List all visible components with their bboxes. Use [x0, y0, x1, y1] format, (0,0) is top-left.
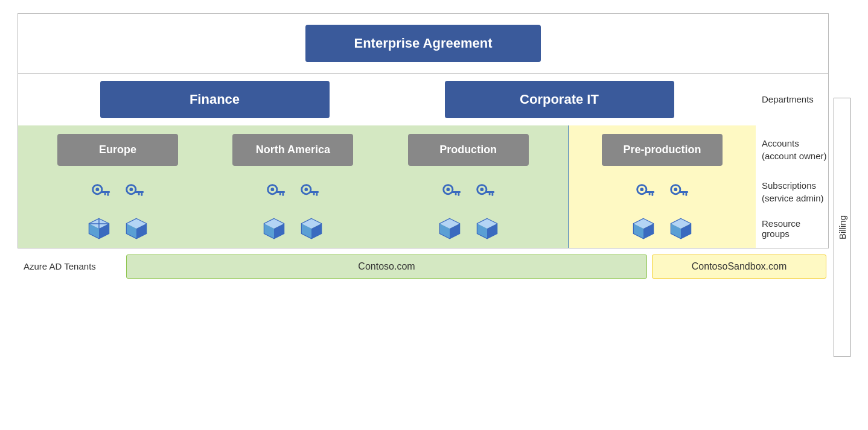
- subscriptions-row-label: Subscriptions (service admin): [756, 174, 828, 209]
- ea-label: Enterprise Agreement: [354, 36, 492, 51]
- res-preprod-pair: [630, 215, 694, 242]
- res-northamerica-pair: [261, 215, 325, 242]
- cube-icon-8: [668, 215, 694, 242]
- svg-rect-23: [458, 192, 459, 195]
- cube-icon-5: [436, 215, 463, 242]
- subscriptions-label-text: Subscriptions (service admin): [762, 179, 824, 204]
- key-icon-7: [634, 180, 657, 203]
- row-departments: Finance Corporate IT Departments: [18, 74, 828, 125]
- svg-rect-28: [491, 192, 493, 195]
- accounts-row-label: Accounts (account owner): [756, 125, 828, 174]
- departments-inner: Finance Corporate IT Departments: [18, 74, 828, 125]
- cube-icon-1: [86, 215, 112, 242]
- svg-point-6: [130, 188, 133, 191]
- cube-icon-2: [123, 215, 150, 242]
- svg-point-1: [96, 188, 100, 191]
- svg-rect-12: [276, 191, 285, 193]
- tenant-contoso: Contoso.com: [126, 255, 647, 279]
- row-tenants: Azure AD Tenants Contoso.com ContosoSand…: [18, 248, 850, 285]
- row-accounts: Europe North America Production Pre-prod…: [18, 125, 828, 174]
- accounts-inner: Europe North America Production Pre-prod…: [18, 125, 828, 174]
- key-icon-4: [298, 180, 321, 203]
- svg-rect-13: [282, 192, 284, 195]
- account-pre-production: Pre-production: [602, 134, 723, 166]
- svg-point-16: [305, 188, 308, 191]
- accounts-yellow-section: Pre-production: [569, 125, 756, 174]
- departments-label-text: Departments: [762, 94, 814, 104]
- svg-rect-7: [135, 191, 144, 193]
- svg-rect-27: [485, 191, 494, 193]
- main-content: Enterprise Agreement Finance Corporate I…: [18, 13, 829, 248]
- subscriptions-label-line2: (service admin): [762, 193, 824, 203]
- key-icon-1: [89, 180, 112, 203]
- svg-rect-38: [685, 192, 687, 195]
- svg-point-31: [640, 188, 643, 191]
- svg-rect-22: [452, 191, 461, 193]
- billing-label: Billing: [834, 98, 850, 357]
- resource-groups-row-label: Resource groups: [756, 209, 828, 248]
- cube-icon-3: [261, 215, 287, 242]
- accounts-label-line2: (account owner): [762, 151, 827, 161]
- svg-rect-37: [679, 191, 688, 193]
- svg-point-36: [674, 188, 677, 191]
- accounts-label-text: Accounts (account owner): [762, 137, 827, 162]
- resource-groups-label-text: Resource groups: [762, 218, 828, 239]
- resources-yellow-section: [569, 209, 756, 248]
- subscriptions-yellow-section: [569, 174, 756, 209]
- svg-rect-18: [316, 192, 318, 195]
- res-production-pair: [436, 215, 500, 242]
- row-resource-groups: Resource groups: [18, 209, 828, 248]
- svg-rect-32: [645, 191, 654, 193]
- accounts-label-line1: Accounts: [762, 138, 799, 148]
- resources-green-section: [18, 209, 569, 248]
- account-production: Production: [408, 134, 529, 166]
- svg-rect-34: [649, 192, 651, 195]
- svg-point-11: [271, 188, 275, 191]
- key-icon-5: [440, 180, 463, 203]
- key-icon-2: [123, 180, 146, 203]
- account-north-america: North America: [232, 134, 353, 166]
- subs-preprod-pair: [634, 180, 691, 203]
- row-subscriptions: Subscriptions (service admin): [18, 174, 828, 209]
- dept-finance: Finance: [100, 81, 330, 118]
- svg-point-26: [480, 188, 483, 191]
- tenant-sandbox-text: ContosoSandbox.com: [692, 261, 787, 271]
- tenants-label: Azure AD Tenants: [18, 261, 126, 271]
- cube-icon-7: [630, 215, 657, 242]
- dept-finance-label: Finance: [190, 92, 240, 107]
- account-pre-production-label: Pre-production: [623, 144, 701, 156]
- cube-icon-6: [474, 215, 500, 242]
- account-europe: Europe: [57, 134, 178, 166]
- tenants-label-text: Azure AD Tenants: [24, 261, 96, 271]
- resource-groups-inner: Resource groups: [18, 209, 828, 248]
- svg-rect-9: [138, 192, 140, 195]
- svg-rect-39: [683, 192, 685, 195]
- svg-rect-24: [455, 192, 456, 195]
- svg-rect-3: [107, 192, 109, 195]
- accounts-green-section: Europe North America Production: [18, 125, 569, 174]
- subscriptions-label-line1: Subscriptions: [762, 180, 816, 191]
- cube-icon-4: [298, 215, 325, 242]
- key-icon-3: [264, 180, 287, 203]
- departments-row-label: Departments: [756, 74, 828, 125]
- svg-rect-4: [104, 192, 106, 195]
- svg-rect-19: [313, 192, 315, 195]
- key-icon-6: [474, 180, 497, 203]
- tenant-contoso-text: Contoso.com: [358, 261, 415, 271]
- res-europe-pair: [86, 215, 150, 242]
- subscriptions-green-section: [18, 174, 569, 209]
- account-north-america-label: North America: [256, 144, 330, 156]
- key-icon-8: [668, 180, 691, 203]
- subs-northamerica-pair: [264, 180, 321, 203]
- svg-rect-14: [279, 192, 281, 195]
- tenant-sandbox: ContosoSandbox.com: [652, 255, 826, 279]
- departments-boxes: Finance Corporate IT: [18, 74, 756, 125]
- svg-rect-2: [101, 191, 110, 193]
- svg-rect-33: [651, 192, 653, 195]
- dept-corporate-it-label: Corporate IT: [520, 92, 599, 107]
- diagram-wrapper: Billing Enterprise Agreement Finance Cor…: [18, 13, 850, 417]
- svg-point-21: [446, 188, 450, 191]
- dept-corporate-it: Corporate IT: [445, 81, 674, 118]
- row-enterprise-agreement: Enterprise Agreement: [18, 14, 828, 74]
- enterprise-agreement-box: Enterprise Agreement: [305, 25, 540, 62]
